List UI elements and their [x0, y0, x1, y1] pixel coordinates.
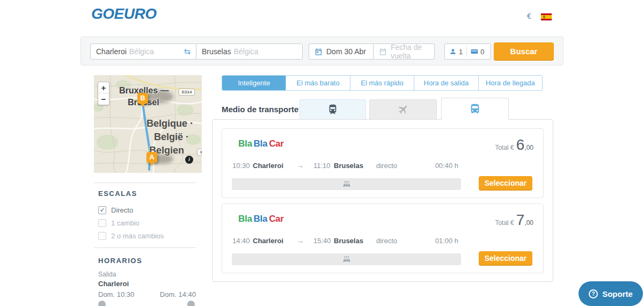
destination-city: Bruselas — [202, 47, 231, 56]
map-region-label: Belgique · — [147, 118, 193, 129]
arrival-time: 11:10 — [313, 162, 331, 170]
filter-label: Directo — [111, 206, 133, 214]
price-total: Total € 6 ,00 — [495, 136, 533, 154]
select-button[interactable]: Seleccionar — [479, 176, 532, 191]
brand-part: Bla — [254, 214, 268, 224]
return-date-input[interactable]: Fecha de vuelta — [373, 43, 435, 60]
divider — [94, 183, 196, 183]
arrival-city: Bruselas — [334, 162, 363, 170]
route-arrow-icon: → — [297, 162, 304, 170]
checkbox-icon[interactable] — [98, 219, 106, 227]
blablacar-logo: BlaBlaCar — [238, 214, 284, 224]
departure-city: Charleroi — [253, 237, 283, 245]
departure-date-value: Dom 30 Abr — [326, 47, 366, 56]
zoom-out-button[interactable]: − — [98, 93, 109, 105]
blablacar-logo: BlaBlaCar — [238, 139, 284, 149]
time-range-row: Dom. 10:30 Dom. 14:40 — [98, 290, 196, 298]
origin-city: Charleroi — [96, 47, 127, 56]
filter-direct[interactable]: ✓ Directo — [98, 206, 133, 214]
checkbox-checked-icon[interactable]: ✓ — [98, 206, 106, 214]
mode-tab-bus[interactable] — [441, 98, 509, 120]
price-integer: 7 — [516, 212, 525, 229]
brand-part: Bla — [238, 214, 252, 224]
select-button[interactable]: Seleccionar — [479, 251, 532, 266]
flag-stripe — [541, 15, 552, 19]
departure-date-input[interactable]: Dom 30 Abr — [309, 43, 374, 60]
result-card: BlaBlaCar Total € 7 ,00 14:40 Charleroi … — [222, 203, 544, 273]
tab-arrival-time[interactable]: Hora de llegada — [479, 76, 542, 90]
brand-part: Bla — [238, 139, 252, 149]
railcard-icon — [471, 48, 478, 55]
return-date-placeholder: Fecha de vuelta — [391, 43, 429, 60]
divider — [94, 247, 196, 248]
price-decimals: ,00 — [524, 219, 533, 227]
divider — [466, 47, 467, 56]
brand-part: Car — [269, 214, 283, 224]
segment-mode-bar — [232, 253, 461, 265]
departure-time: 10:30 — [232, 162, 250, 170]
tab-fastest[interactable]: El más rápido — [350, 76, 414, 90]
origin-input[interactable]: Charleroi Bélgica ⇆ — [90, 43, 196, 60]
route-map[interactable]: + − Bruxelles — Brussel Belgique · Belgi… — [94, 75, 202, 173]
mode-tab-train[interactable] — [299, 99, 366, 119]
swap-direction-icon[interactable]: ⇆ — [184, 47, 191, 56]
arrival-city: Bruselas — [334, 237, 363, 245]
search-panel: Charleroi Bélgica ⇆ Bruselas Bélgica Dom… — [80, 37, 564, 65]
price-integer: 6 — [516, 136, 525, 154]
currency-selector[interactable]: € — [527, 12, 531, 20]
range-end-label: Dom. 14:40 — [160, 290, 196, 298]
map-zoom-control: + − — [98, 82, 109, 105]
map-info-icon[interactable]: i — [185, 156, 193, 164]
duration-label: 01:00 h — [435, 237, 458, 245]
tab-cheapest[interactable]: El más barato — [286, 76, 350, 90]
filter-label: 1 cambio — [111, 219, 140, 227]
time-slider-handle-start[interactable] — [98, 301, 106, 306]
filter-two-plus-changes[interactable]: 2 o más cambios — [98, 232, 164, 240]
direction-label: Salida — [98, 271, 116, 278]
card-count: 0 — [480, 48, 484, 56]
sort-tab-bar: Inteligente El más barato El más rápido … — [222, 75, 543, 91]
journey-row: 10:30 Charleroi → 11:10 Bruselas directo… — [222, 162, 543, 170]
time-slider-handle-end[interactable] — [187, 301, 195, 306]
support-button[interactable]: ? Soporte — [579, 281, 643, 306]
road-badge: E — [197, 149, 202, 156]
calendar-icon — [379, 48, 387, 56]
range-start-label: Dom. 10:30 — [98, 290, 134, 298]
stops-label: directo — [376, 162, 397, 170]
tab-departure-time[interactable]: Hora de salida — [414, 76, 478, 90]
departure-time: 14:40 — [232, 237, 250, 245]
stops-label: directo — [376, 237, 397, 245]
filter-label: 2 o más cambios — [111, 232, 164, 240]
zoom-in-button[interactable]: + — [98, 82, 109, 93]
support-label: Soporte — [602, 289, 633, 298]
journey-row: 14:40 Charleroi → 15:40 Bruselas directo… — [222, 237, 543, 245]
departure-city: Charleroi — [253, 162, 283, 170]
results-panel: BlaBlaCar Total € 6 ,00 10:30 Charleroi … — [212, 119, 553, 282]
goeuro-logo[interactable]: GOEURO — [91, 5, 156, 23]
filter-one-change[interactable]: 1 cambio — [98, 219, 140, 227]
mode-tab-plane[interactable] — [369, 99, 437, 119]
arrival-time: 15:40 — [313, 237, 331, 245]
times-filter-title: HORARIOS — [98, 257, 142, 265]
passenger-count: 1 — [459, 48, 463, 56]
result-card: BlaBlaCar Total € 6 ,00 10:30 Charleroi … — [222, 128, 544, 198]
destination-input[interactable]: Bruselas Bélgica — [196, 43, 303, 60]
passengers-cards-selector[interactable]: 1 0 — [444, 43, 491, 60]
total-label: Total € — [495, 144, 514, 151]
bus-icon — [469, 103, 481, 115]
tab-smart[interactable]: Inteligente — [222, 76, 286, 90]
brand-part: Bla — [254, 139, 268, 149]
brand-part: Car — [269, 139, 283, 149]
goeuro-search-page: GOEURO € Charleroi Bélgica ⇆ Bruselas Bé… — [0, 0, 644, 306]
map-marker-origin: A — [147, 152, 157, 163]
road-badge: E314 — [179, 89, 195, 96]
departure-city-label: Charleroi — [98, 280, 129, 288]
search-button[interactable]: Buscar — [494, 42, 554, 61]
calendar-icon — [314, 48, 323, 56]
carpool-icon — [341, 180, 352, 188]
passenger-icon — [449, 48, 457, 55]
checkbox-icon[interactable] — [98, 232, 106, 240]
spain-flag-icon[interactable] — [541, 13, 552, 20]
price-total: Total € 7 ,00 — [495, 212, 533, 229]
price-decimals: ,00 — [524, 144, 533, 151]
